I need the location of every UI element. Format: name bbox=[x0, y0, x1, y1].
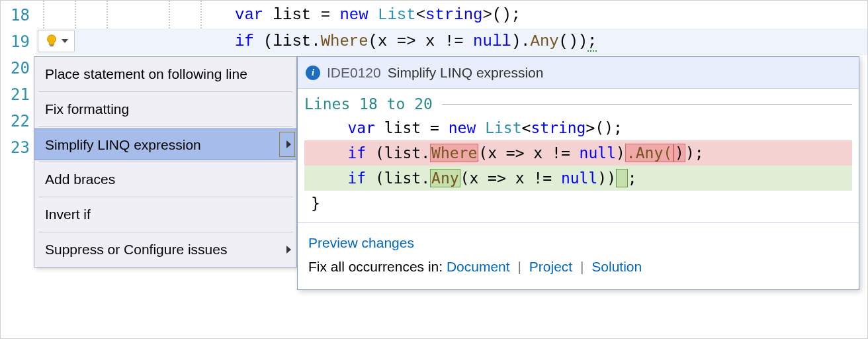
diff-added-line: if (list.Any(x => x != null)) ; bbox=[304, 166, 852, 191]
preview-title-bar: i IDE0120 Simplify LINQ expression bbox=[298, 57, 859, 89]
info-icon: i bbox=[306, 66, 320, 80]
chevron-right-icon bbox=[286, 140, 291, 148]
separator bbox=[38, 232, 292, 232]
qa-invert-if[interactable]: Invert if bbox=[34, 199, 296, 230]
chevron-right-icon bbox=[286, 246, 291, 254]
line-number: 21 bbox=[1, 81, 36, 108]
diff-lines-header: Lines 18 to 20 bbox=[304, 93, 852, 115]
qa-place-statement[interactable]: Place statement on following line bbox=[34, 58, 296, 90]
quick-actions-menu: Place statement on following line Fix fo… bbox=[34, 56, 297, 267]
separator: | bbox=[513, 259, 525, 274]
fix-all-project-link[interactable]: Project bbox=[529, 259, 572, 274]
lightbulb-icon bbox=[44, 34, 59, 48]
qa-item-label: Fix formatting bbox=[45, 101, 129, 117]
chevron-down-icon bbox=[62, 39, 68, 43]
line-number: 20 bbox=[1, 55, 36, 81]
code-line-19[interactable]: if (list.Where(x => x != null).Any()); bbox=[36, 28, 867, 55]
code-line-18[interactable]: var list = new List<string>(); bbox=[36, 2, 867, 28]
qa-item-label: Place statement on following line bbox=[45, 66, 247, 81]
fix-all-solution-link[interactable]: Solution bbox=[591, 259, 642, 274]
line-number: 19 bbox=[1, 28, 36, 55]
qa-item-label: Invert if bbox=[45, 207, 91, 222]
preview-changes-link[interactable]: Preview changes bbox=[308, 235, 414, 250]
qa-item-label: Add braces bbox=[45, 171, 115, 187]
separator bbox=[38, 126, 292, 127]
rule-id: IDE0120 bbox=[327, 65, 381, 81]
diff-context-line: var list = new List<string>(); bbox=[304, 115, 852, 140]
qa-suppress-configure[interactable]: Suppress or Configure issues bbox=[34, 234, 296, 266]
qa-simplify-linq[interactable]: Simplify LINQ expression bbox=[34, 128, 296, 160]
line-number: 23 bbox=[1, 134, 36, 161]
line-number: 18 bbox=[1, 2, 36, 28]
deleted-fragment: .Any( bbox=[625, 144, 673, 162]
preview-footer: Preview changes Fix all occurrences in: … bbox=[298, 222, 859, 289]
preview-body: Lines 18 to 20 var list = new List<strin… bbox=[298, 89, 859, 222]
line-number-gutter: 18 19 20 21 22 23 bbox=[1, 1, 36, 161]
fix-all-document-link[interactable]: Document bbox=[447, 259, 510, 274]
fix-all-label: Fix all occurrences in: bbox=[308, 259, 447, 274]
line-number: 22 bbox=[1, 108, 36, 134]
qa-fix-formatting[interactable]: Fix formatting bbox=[34, 93, 296, 125]
separator bbox=[38, 162, 292, 162]
qa-item-label: Suppress or Configure issues bbox=[45, 242, 227, 257]
qa-item-label: Simplify LINQ expression bbox=[45, 137, 201, 152]
lightbulb-button[interactable] bbox=[38, 30, 75, 52]
qa-add-braces[interactable]: Add braces bbox=[34, 164, 296, 195]
separator bbox=[38, 197, 292, 197]
diff-context-line: } bbox=[304, 191, 852, 216]
svg-rect-0 bbox=[50, 45, 54, 47]
horizontal-rule bbox=[442, 104, 852, 105]
rule-description: Simplify LINQ expression bbox=[388, 65, 544, 81]
separator: | bbox=[576, 259, 587, 274]
quick-action-preview: i IDE0120 Simplify LINQ expression Lines… bbox=[297, 56, 859, 290]
diff-deleted-line: if (list.Where(x => x != null).Any()); bbox=[304, 140, 852, 166]
separator bbox=[38, 91, 292, 92]
lines-label: Lines 18 to 20 bbox=[304, 95, 433, 113]
